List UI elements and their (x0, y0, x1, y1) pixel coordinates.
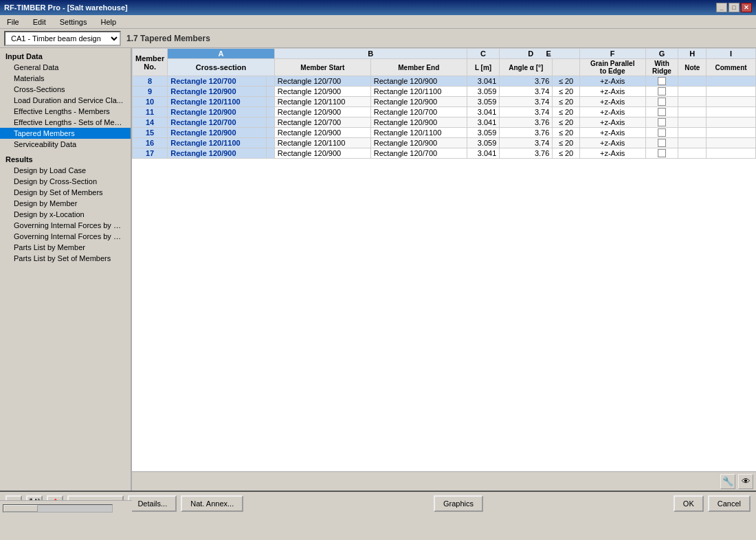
table-row-checkbox[interactable] (645, 76, 678, 87)
sidebar-item-design-set-members[interactable]: Design by Set of Members (0, 187, 131, 198)
menu-settings[interactable]: Settings (56, 16, 91, 27)
left-panel: Input Data General Data Materials Cross-… (0, 48, 132, 491)
table-row-checkbox[interactable] (645, 148, 678, 159)
table-row-leq20: ≤ 20 (553, 148, 580, 159)
table-row-angle: 3.76 (500, 128, 553, 138)
wrench-icon-btn[interactable]: 🔧 (720, 474, 735, 489)
close-button[interactable]: ✕ (741, 3, 752, 12)
sidebar-item-materials[interactable]: Materials (0, 73, 131, 84)
table-row-member-start-a: Rectangle 120/1100 (168, 97, 267, 107)
table-row-comment (707, 87, 756, 97)
table-row-member-start-a: Rectangle 120/700 (168, 117, 267, 128)
case-dropdown[interactable]: CA1 - Timber beam design (4, 31, 121, 46)
data-table: MemberNo. A B C D E F G H I Cross-sectio… (132, 48, 756, 159)
table-row-angle: 3.76 (500, 76, 553, 87)
sidebar-item-effective-lengths-sets[interactable]: Effective Lengths - Sets of Mem... (0, 117, 131, 128)
sidebar-item-design-cross-section[interactable]: Design by Cross-Section (0, 176, 131, 187)
table-container[interactable]: MemberNo. A B C D E F G H I Cross-sectio… (132, 48, 756, 471)
table-row-note (678, 107, 707, 117)
table-row-cross-section-a2 (267, 87, 275, 97)
title-bar: RF-TIMBER Pro - [Salt warehouse] _ □ ✕ (0, 0, 756, 15)
table-row-member-start-a: Rectangle 120/900 (168, 128, 267, 138)
sidebar-item-parts-list-member[interactable]: Parts List by Member (0, 242, 131, 253)
scroll-thumb[interactable] (3, 505, 38, 512)
table-row-checkbox[interactable] (645, 107, 678, 117)
nat-annex-button[interactable]: Nat. Annex... (181, 495, 243, 512)
dropdown-bar: CA1 - Timber beam design 1.7 Tapered Mem… (0, 29, 756, 48)
col-a-header: A (168, 49, 275, 59)
sidebar-item-design-load-case[interactable]: Design by Load Case (0, 165, 131, 176)
table-row-grain: +z-Axis (579, 148, 645, 159)
table-row-checkbox[interactable] (645, 87, 678, 97)
table-row-angle: 3.74 (500, 97, 553, 107)
col-length-header: L [m] (467, 59, 500, 76)
details-button[interactable]: Details... (128, 495, 177, 512)
table-row-length: 3.041 (467, 148, 500, 159)
minimize-button[interactable]: _ (716, 3, 727, 12)
eye-icon-btn[interactable]: 👁 (738, 474, 753, 489)
menu-file[interactable]: File (3, 16, 23, 27)
table-row-length: 3.041 (467, 117, 500, 128)
table-row-checkbox[interactable] (645, 117, 678, 128)
table-row-grain: +z-Axis (579, 117, 645, 128)
table-row-length: 3.059 (467, 97, 500, 107)
sidebar-item-parts-list-set[interactable]: Parts List by Set of Members (0, 253, 131, 264)
col-g-header: G (645, 49, 678, 59)
right-panel: MemberNo. A B C D E F G H I Cross-sectio… (132, 48, 756, 491)
col-leq20-header (553, 59, 580, 76)
ok-button[interactable]: OK (674, 495, 704, 512)
col-cross-section-header: Cross-section (168, 59, 275, 76)
table-row-member-end: Rectangle 120/900 (370, 97, 467, 107)
table-row-member-no: 11 (133, 107, 168, 117)
maximize-button[interactable]: □ (729, 3, 740, 12)
table-row-member-end: Rectangle 120/1100 (370, 87, 467, 97)
section-title: 1.7 Tapered Members (126, 34, 210, 43)
sidebar-item-effective-lengths-members[interactable]: Effective Lengths - Members (0, 106, 131, 117)
table-row-member-start: Rectangle 120/1100 (274, 97, 370, 107)
cancel-button[interactable]: Cancel (708, 495, 751, 512)
sidebar-item-load-duration[interactable]: Load Duration and Service Cla... (0, 95, 131, 106)
sidebar-item-serviceability[interactable]: Serviceability Data (0, 139, 131, 150)
col-with-ridge-header: WithRidge (645, 59, 678, 76)
col-f-header: F (579, 49, 645, 59)
sidebar-item-governing-forces-m[interactable]: Governing Internal Forces by M... (0, 220, 131, 231)
menu-edit[interactable]: Edit (29, 16, 50, 27)
sidebar-item-design-member[interactable]: Design by Member (0, 198, 131, 209)
menu-help[interactable]: Help (96, 16, 120, 27)
sidebar-item-governing-forces-s[interactable]: Governing Internal Forces by Se... (0, 231, 131, 242)
table-row-angle: 3.74 (500, 87, 553, 97)
sidebar-item-tapered-members[interactable]: Tapered Members (0, 128, 131, 139)
left-scrollbar[interactable] (0, 500, 132, 515)
table-row-length: 3.041 (467, 107, 500, 117)
col-member-no-header: MemberNo. (133, 49, 168, 76)
table-row-member-end: Rectangle 120/700 (370, 148, 467, 159)
table-row-angle: 3.76 (500, 148, 553, 159)
table-row-length: 3.059 (467, 87, 500, 97)
table-row-leq20: ≤ 20 (553, 107, 580, 117)
graphics-button[interactable]: Graphics (434, 495, 483, 512)
table-icon-bar: 🔧 👁 (132, 471, 756, 491)
table-row-leq20: ≤ 20 (553, 128, 580, 138)
table-row-grain: +z-Axis (579, 97, 645, 107)
col-grain-parallel-header: Grain Parallelto Edge (579, 59, 645, 76)
col-note-header: Note (678, 59, 707, 76)
table-row-comment (707, 138, 756, 148)
table-row-checkbox[interactable] (645, 138, 678, 148)
table-row-member-start-a: Rectangle 120/700 (168, 76, 267, 87)
sidebar-item-general-data[interactable]: General Data (0, 62, 131, 73)
table-row-grain: +z-Axis (579, 76, 645, 87)
scroll-track[interactable] (3, 504, 113, 513)
table-row-angle: 3.74 (500, 107, 553, 117)
table-row-member-start-a: Rectangle 120/1100 (168, 138, 267, 148)
table-row-cross-section-a2 (267, 128, 275, 138)
table-row-note (678, 87, 707, 97)
sidebar-item-design-x-location[interactable]: Design by x-Location (0, 209, 131, 220)
table-row-member-start: Rectangle 120/900 (274, 107, 370, 117)
sidebar-item-cross-sections[interactable]: Cross-Sections (0, 84, 131, 95)
table-row-checkbox[interactable] (645, 128, 678, 138)
app-title: RF-TIMBER Pro - [Salt warehouse] (4, 3, 128, 12)
table-row-note (678, 148, 707, 159)
table-row-checkbox[interactable] (645, 97, 678, 107)
table-row-member-start: Rectangle 120/1100 (274, 138, 370, 148)
table-row-member-start: Rectangle 120/700 (274, 76, 370, 87)
